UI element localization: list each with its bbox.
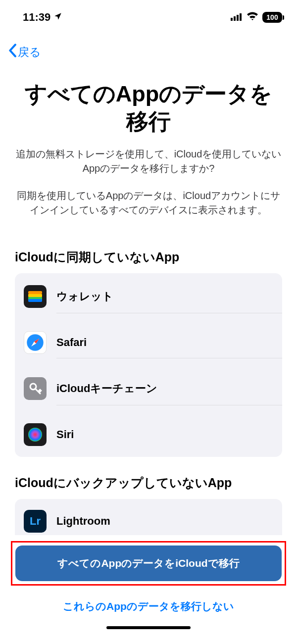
wifi-icon: [247, 11, 258, 24]
svg-rect-1: [234, 16, 236, 21]
app-label: Siri: [56, 428, 74, 441]
location-icon: [53, 11, 62, 24]
app-label: Safari: [56, 336, 87, 349]
siri-icon: [24, 423, 47, 446]
chevron-left-icon: [8, 44, 17, 60]
footer: すべてのAppのデータをiCloudで移行 これらのAppのデータを移行しない: [0, 535, 297, 644]
svg-rect-5: [28, 294, 42, 297]
app-label: Lightroom: [56, 515, 110, 528]
lightroom-icon: Lr: [24, 510, 47, 533]
status-left: 11:39: [23, 11, 62, 24]
svg-rect-2: [237, 15, 239, 21]
cellular-icon: [231, 11, 243, 24]
home-indicator[interactable]: [106, 626, 191, 629]
back-label: 戻る: [18, 45, 41, 60]
page-title: すべてのAppのデータを移行: [15, 80, 282, 136]
section-header-not-backed-up: iCloudにバックアップしていないApp: [15, 475, 282, 491]
back-button[interactable]: 戻る: [8, 44, 41, 60]
wallet-icon: [24, 285, 47, 308]
svg-rect-4: [28, 291, 42, 294]
list-item: ウォレット: [24, 273, 282, 320]
content: すべてのAppのデータを移行 追加の無料ストレージを使用して、iCloudを使用…: [0, 65, 297, 544]
section-header-not-synced: iCloudに同期していないApp: [15, 249, 282, 265]
battery-level: 100: [266, 13, 278, 21]
highlight-annotation: すべてのAppのデータをiCloudで移行: [11, 541, 286, 586]
status-time: 11:39: [23, 11, 50, 24]
list-item: iCloudキーチェーン: [24, 365, 282, 412]
svg-rect-7: [28, 299, 42, 302]
svg-rect-3: [240, 13, 242, 21]
transfer-all-button[interactable]: すべてのAppのデータをiCloudで移行: [15, 545, 282, 581]
status-bar: 11:39 100: [0, 0, 297, 29]
app-label: ウォレット: [56, 289, 113, 304]
page-desc-1: 追加の無料ストレージを使用して、iCloudを使用していないAppのデータを移行…: [15, 147, 282, 176]
list-item: Safari: [24, 320, 282, 365]
svg-rect-0: [231, 18, 233, 21]
status-right: 100: [231, 11, 282, 24]
dont-transfer-button[interactable]: これらのAppのデータを移行しない: [15, 593, 282, 617]
list-item: Siri: [24, 412, 282, 457]
svg-point-11: [28, 428, 42, 442]
nav-bar: 戻る: [0, 29, 297, 65]
keychain-icon: [24, 377, 47, 400]
safari-icon: [24, 331, 47, 354]
app-label: iCloudキーチェーン: [56, 381, 157, 396]
page-desc-2: 同期を使用しているAppのデータは、iCloudアカウントにサインインしているす…: [15, 189, 282, 217]
not-synced-list: ウォレット Safari iCloudキーチェーン Siri: [15, 273, 282, 457]
battery-icon: 100: [262, 12, 282, 23]
